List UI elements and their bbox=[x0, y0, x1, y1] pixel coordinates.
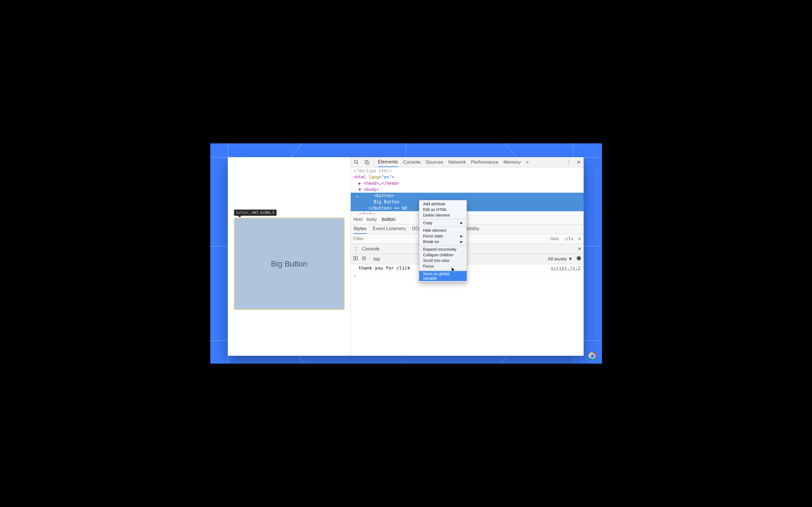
inspect-tooltip: button 447.3×365.5 bbox=[234, 210, 277, 216]
context-menu-separator bbox=[419, 270, 467, 270]
context-menu-item-label: Collapse children bbox=[423, 252, 453, 257]
dom-button-open[interactable]: … <button> bbox=[351, 193, 583, 199]
tab-console[interactable]: Console bbox=[403, 158, 420, 167]
context-menu-item-label: Edit as HTML bbox=[423, 207, 447, 212]
console-sidebar-toggle-icon[interactable] bbox=[353, 256, 358, 262]
context-menu-item-label: Scroll into view bbox=[423, 258, 449, 263]
dom-tree[interactable]: <!doctype html> <html lang="en"> ▶ <head… bbox=[351, 167, 583, 215]
console-context-selector[interactable]: top bbox=[373, 256, 380, 262]
big-button[interactable]: Big Button bbox=[234, 218, 345, 310]
context-menu-separator bbox=[419, 219, 467, 219]
cls-toggle[interactable]: .cls bbox=[561, 236, 576, 241]
context-menu-item-label: Copy bbox=[423, 221, 433, 225]
console-drawer-header: ⋮ Console ✕ bbox=[351, 244, 583, 254]
dom-html-open[interactable]: <html lang="en"> bbox=[351, 174, 583, 180]
chrome-logo-icon bbox=[589, 352, 597, 360]
presentation-slide: button 447.3×365.5 Big Button bbox=[210, 144, 602, 363]
context-menu-item-label: Break on bbox=[423, 239, 439, 244]
new-style-rule-icon[interactable]: + bbox=[576, 236, 583, 242]
console-settings-icon[interactable] bbox=[576, 256, 581, 262]
browser-window: button 447.3×365.5 Big Button bbox=[228, 157, 583, 356]
context-menu-item[interactable]: Edit as HTML bbox=[419, 207, 467, 212]
stab-styles[interactable]: Styles bbox=[354, 226, 366, 234]
breadcrumb-body[interactable]: body bbox=[366, 217, 377, 222]
kebab-menu-icon[interactable]: ⋮ bbox=[353, 245, 359, 252]
dom-head[interactable]: ▶ <head>…</head> bbox=[351, 180, 583, 186]
devtools-panel: Elements Console Sources Network Perform… bbox=[350, 157, 583, 356]
svg-line-5 bbox=[363, 257, 365, 260]
context-menu-item[interactable]: Scroll into view bbox=[419, 258, 467, 263]
context-menu-item-label: Add attribute bbox=[423, 202, 446, 206]
stab-event-listeners[interactable]: Event Listeners bbox=[373, 226, 406, 234]
context-menu-item[interactable]: Store as global variable bbox=[419, 271, 467, 281]
context-menu-item-label: Delete element bbox=[423, 213, 450, 217]
close-devtools-icon[interactable]: ✕ bbox=[576, 159, 581, 165]
tab-network[interactable]: Network bbox=[448, 158, 466, 167]
context-menu: Add attributeEdit as HTMLDelete elementC… bbox=[419, 200, 467, 282]
styles-filter-row: :hov .cls + bbox=[351, 234, 583, 244]
inspect-tooltip-dims: 447.3×365.5 bbox=[252, 211, 274, 215]
styles-tabstrip: Styles Event Listeners DOM x rties Acces… bbox=[351, 224, 583, 234]
context-menu-item[interactable]: Collapse children bbox=[419, 252, 467, 258]
mouse-cursor-icon bbox=[452, 267, 455, 272]
tab-memory[interactable]: Memory bbox=[504, 158, 521, 167]
console-log-source[interactable]: script.js:2 bbox=[551, 265, 581, 271]
context-menu-item[interactable]: Add attribute bbox=[419, 201, 467, 207]
context-menu-item[interactable]: Hide element bbox=[419, 228, 467, 233]
tab-sources[interactable]: Sources bbox=[426, 158, 443, 167]
console-levels-selector[interactable]: All levels ▼ bbox=[548, 256, 573, 262]
context-menu-item[interactable]: Copy▶ bbox=[419, 220, 467, 226]
inspect-icon[interactable] bbox=[354, 159, 359, 165]
context-menu-item-label: Hide element bbox=[423, 228, 447, 233]
context-menu-item-label: Store as global variable bbox=[423, 272, 463, 281]
context-menu-separator bbox=[419, 226, 467, 227]
close-drawer-icon[interactable]: ✕ bbox=[578, 246, 581, 251]
dom-button-close[interactable]: </button> == $0 bbox=[351, 205, 583, 211]
console-log-row[interactable]: thank you for click script.js:2 bbox=[351, 264, 583, 272]
console-drawer-label[interactable]: Console bbox=[362, 246, 379, 252]
console-log-message: thank you for click bbox=[359, 265, 410, 271]
kebab-menu-icon[interactable]: ⋮ bbox=[566, 159, 571, 166]
submenu-arrow-icon: ▶ bbox=[460, 234, 463, 238]
context-menu-item[interactable]: Force state▶ bbox=[419, 233, 467, 239]
context-menu-item[interactable]: Expand recursively bbox=[419, 246, 467, 252]
overflow-tabs-icon[interactable]: » bbox=[526, 159, 529, 165]
dom-body-open[interactable]: ▼ <body> bbox=[351, 186, 583, 193]
dom-button-text[interactable]: Big Button bbox=[351, 199, 583, 205]
context-menu-item[interactable]: Focus bbox=[419, 263, 467, 269]
tab-performance[interactable]: Performance bbox=[471, 158, 498, 167]
breadcrumb-html[interactable]: html bbox=[354, 217, 363, 222]
console-prompt[interactable]: › bbox=[351, 272, 583, 280]
context-menu-item[interactable]: Delete element bbox=[419, 212, 467, 218]
dom-doctype: <!doctype html> bbox=[354, 168, 392, 173]
console-output: thank you for click script.js:2 › bbox=[351, 264, 583, 356]
context-menu-item-label: Force state bbox=[423, 234, 443, 238]
submenu-arrow-icon: ▶ bbox=[460, 221, 463, 225]
hov-toggle[interactable]: :hov bbox=[546, 236, 561, 241]
big-button-label: Big Button bbox=[271, 260, 307, 269]
context-menu-item-label: Focus bbox=[423, 264, 434, 269]
context-menu-item[interactable]: Break on▶ bbox=[419, 239, 467, 244]
context-menu-item-label: Expand recursively bbox=[423, 247, 456, 251]
tab-elements[interactable]: Elements bbox=[378, 158, 398, 167]
inspect-tooltip-tag: button bbox=[236, 211, 248, 215]
breadcrumb-button[interactable]: button bbox=[381, 217, 396, 222]
devtools-toolbar: Elements Console Sources Network Perform… bbox=[351, 157, 583, 167]
dom-breadcrumb: html body button bbox=[351, 215, 583, 224]
page-viewport: button 447.3×365.5 Big Button bbox=[228, 157, 350, 356]
console-controls: top All levels ▼ bbox=[351, 254, 583, 264]
clear-console-icon[interactable] bbox=[361, 256, 366, 262]
submenu-arrow-icon: ▶ bbox=[460, 240, 463, 244]
device-toggle-icon[interactable] bbox=[364, 159, 370, 165]
svg-rect-2 bbox=[367, 161, 369, 164]
dom-body-close[interactable]: </body> bbox=[351, 211, 583, 214]
